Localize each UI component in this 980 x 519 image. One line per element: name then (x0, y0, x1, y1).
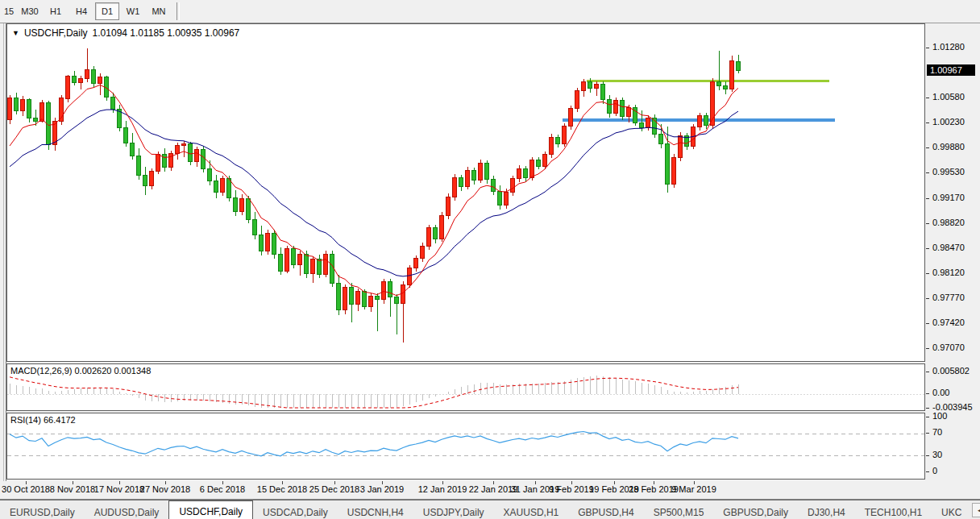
candle (492, 176, 496, 196)
axis-tick (926, 455, 929, 456)
candle (350, 283, 354, 322)
candle (466, 167, 470, 189)
timeframe-button-h1[interactable]: H1 (44, 2, 68, 20)
axis-tick (926, 172, 929, 173)
candle (176, 143, 180, 160)
candle (201, 146, 206, 172)
date-axis-label: 9 Mar 2019 (671, 484, 716, 494)
axis-tick (926, 471, 929, 472)
date-axis: 30 Oct 20188 Nov 201817 Nov 201827 Nov 2… (0, 481, 980, 500)
candle (517, 165, 521, 182)
candle (601, 81, 605, 104)
candle (401, 281, 405, 342)
axis-tick (926, 147, 929, 148)
macd-main-value: 0.002620 (74, 366, 111, 376)
chart-tab-sp500[interactable]: SP500,M15 (644, 503, 714, 519)
rsi-axis-label: 30 (932, 450, 942, 459)
chart-title: ▼ USDCHF,Daily 1.01094 1.01185 1.00935 1… (12, 27, 239, 39)
candle (118, 105, 122, 131)
chart-tab-usdcnh[interactable]: USDCNH,H4 (338, 503, 413, 519)
chart-dropdown-icon[interactable]: ▼ (12, 29, 19, 37)
candle (724, 81, 728, 94)
candle (143, 167, 147, 195)
chart-tab-audusd[interactable]: AUDUSD,Daily (85, 503, 169, 519)
toolbar-separator (176, 2, 180, 20)
chart-tab-ukc[interactable]: UKC (932, 503, 971, 519)
chart-tab-eurusd[interactable]: EURUSD,Daily (0, 503, 85, 519)
chart-tab-gbpusd[interactable]: GBPUSD,Daily (713, 503, 798, 519)
candle (614, 98, 618, 116)
chart-tabs-bar: EURUSD,DailyAUDUSD,DailyUSDCHF,DailyUSDC… (0, 500, 980, 519)
price-axis-label: 0.99530 (932, 167, 965, 176)
rsi-value: 66.4172 (44, 415, 76, 425)
chart-ohlc-values: 1.01094 1.01185 1.00935 1.00967 (93, 27, 240, 39)
ma-slow-line (10, 110, 738, 276)
chart-tab-usdchf[interactable]: USDCHF,Daily (168, 500, 253, 519)
rsi-axis-label: 100 (932, 411, 947, 421)
candle (388, 279, 392, 317)
current-price-tag: 1.00967 (927, 64, 975, 76)
rsi-chart (7, 413, 924, 479)
candle (459, 175, 463, 191)
candle (298, 251, 302, 276)
candle (27, 98, 31, 122)
axis-tick (926, 48, 929, 48)
timeframe-button-d1[interactable]: D1 (95, 2, 119, 20)
candlestick-chart[interactable] (7, 24, 924, 361)
axis-tick (926, 433, 929, 434)
candle (279, 247, 283, 276)
rsi-panel[interactable]: RSI(14) 66.4172 (6, 413, 925, 480)
candle (556, 135, 560, 147)
window-left-frame (0, 23, 6, 498)
hline-resistance[interactable] (587, 80, 829, 82)
candle (137, 148, 141, 180)
candle (369, 293, 373, 312)
candle (163, 148, 167, 172)
candle (272, 230, 276, 259)
candle (511, 176, 515, 197)
candle (537, 157, 541, 169)
candle (711, 78, 715, 128)
price-axis-label: 0.99170 (932, 193, 965, 202)
axis-tick (926, 323, 929, 324)
rsi-line (10, 432, 738, 456)
candle (698, 113, 702, 131)
candle (73, 71, 77, 85)
rsi-axis-label: 70 (932, 427, 942, 437)
timeframe-button-w1[interactable]: W1 (121, 2, 145, 20)
timeframe-button-15[interactable]: 15 (2, 2, 16, 20)
date-axis-label: 12 Jan 2019 (418, 484, 467, 494)
candle (227, 176, 231, 201)
chart-tab-usdcad[interactable]: USDCAD,Daily (253, 503, 338, 519)
candle (737, 55, 741, 73)
timeframe-button-m30[interactable]: M30 (18, 2, 42, 20)
candle (633, 105, 637, 127)
axis-tick (926, 408, 929, 409)
candle (150, 168, 154, 190)
candle (311, 256, 315, 284)
price-axis-label: 1.00580 (932, 92, 965, 102)
chart-tab-xauusd[interactable]: XAUUSD,H1 (494, 503, 569, 519)
candle (472, 168, 476, 185)
timeframe-button-mn[interactable]: MN (147, 2, 171, 20)
axis-tick (926, 372, 929, 372)
chart-tab-gbpusd[interactable]: GBPUSD,H4 (568, 503, 643, 519)
candle (330, 251, 334, 287)
chart-tab-tech100[interactable]: TECH100,H1 (855, 503, 932, 519)
candle (266, 230, 270, 255)
macd-panel[interactable]: MACD(12,26,9) 0.002620 0.001348 (6, 363, 925, 411)
timeframe-button-h4[interactable]: H4 (69, 2, 93, 20)
date-axis-label: 8 Nov 2018 (50, 484, 95, 494)
chart-tab-usdjpy[interactable]: USDJPY,Daily (413, 503, 494, 519)
main-chart-panel[interactable]: ▼ USDCHF,Daily 1.01094 1.01185 1.00935 1… (6, 23, 925, 362)
candle (717, 51, 721, 91)
candle (253, 212, 257, 240)
candle (234, 190, 238, 216)
candle (730, 56, 734, 92)
tabs-scroll-left-icon[interactable]: ◄ (972, 503, 980, 517)
candle (575, 88, 579, 112)
candle (376, 293, 380, 331)
chart-tab-dj30[interactable]: DJ30,H4 (798, 503, 855, 519)
macd-label: MACD(12,26,9) 0.002620 0.001348 (10, 366, 151, 376)
price-axis-label: 0.97070 (932, 343, 965, 352)
